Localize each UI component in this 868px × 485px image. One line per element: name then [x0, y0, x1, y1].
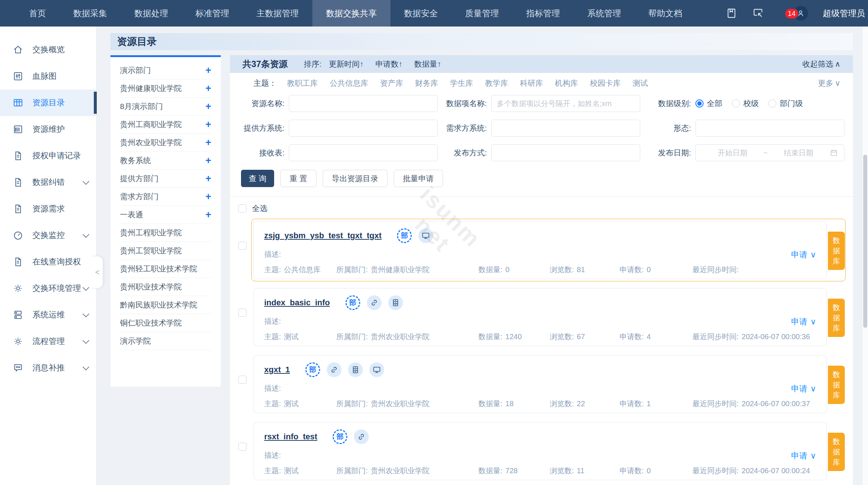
sidebar-item-resource-demand[interactable]: 资源需求	[0, 196, 96, 222]
category-item[interactable]: 需求方部门+	[120, 188, 211, 206]
category-item[interactable]: 演示学院	[120, 332, 211, 350]
publish-date-range-input[interactable]: 开始日期 ~ 结束日期	[695, 144, 844, 161]
sidebar-item-resource-catalog[interactable]: 资源目录	[0, 89, 96, 116]
data-item-input[interactable]	[491, 95, 640, 112]
sort-by-data-volume[interactable]: 数据量↑	[414, 59, 442, 69]
resource-name-input[interactable]	[289, 95, 438, 112]
topic-option[interactable]: 资产库	[380, 78, 403, 88]
category-item[interactable]: 贵州工程职业学院	[120, 224, 211, 242]
screen-share-icon[interactable]	[752, 7, 764, 19]
category-item[interactable]: 提供方部门+	[120, 170, 211, 188]
topic-option[interactable]: 校园卡库	[590, 78, 621, 88]
expand-plus-icon[interactable]: +	[205, 192, 211, 202]
category-item[interactable]: 8月演示部门+	[120, 98, 211, 116]
radio-dept-level[interactable]: 部门级	[768, 98, 803, 109]
collapse-filter-toggle[interactable]: 收起筛选 ∧	[803, 59, 840, 69]
search-button[interactable]: 查 询	[241, 170, 274, 187]
nav-item-system-mgmt[interactable]: 系统管理	[574, 0, 635, 27]
row-checkbox[interactable]	[238, 309, 247, 317]
bookmark-icon[interactable]	[726, 7, 737, 19]
topic-option[interactable]: 学生库	[450, 78, 473, 88]
resource-title-link[interactable]: zsjg_ysbm_ysb_test_tgxt_tgxt	[264, 231, 382, 240]
receive-table-input[interactable]	[289, 144, 438, 161]
select-all-checkbox[interactable]	[238, 204, 247, 212]
sidebar-item-resource-maintenance[interactable]: 资源维护	[0, 116, 96, 143]
database-tag[interactable]: 数 据 库	[828, 232, 845, 270]
apply-dropdown[interactable]: 申请 ∨	[791, 316, 816, 327]
user-name[interactable]: 超级管理员	[823, 8, 865, 19]
category-item[interactable]: 黔南民族职业技术学院	[120, 296, 211, 314]
export-catalog-button[interactable]: 导出资源目录	[323, 170, 387, 187]
more-topics-toggle[interactable]: 更多 ∨	[818, 78, 840, 88]
topic-option[interactable]: 教学库	[485, 78, 508, 88]
form-type-input[interactable]	[695, 120, 844, 137]
category-item[interactable]: 贵州工商职业学院+	[120, 116, 211, 134]
nav-item-data-security[interactable]: 数据安全	[390, 0, 451, 27]
nav-item-master-data[interactable]: 主数据管理	[243, 0, 312, 27]
expand-plus-icon[interactable]: +	[205, 210, 211, 220]
category-item[interactable]: 教务系统+	[120, 152, 211, 170]
sidebar-collapse-handle[interactable]: <	[92, 256, 103, 288]
expand-plus-icon[interactable]: +	[205, 66, 211, 75]
demander-system-input[interactable]	[491, 120, 640, 137]
category-item[interactable]: 铜仁职业技术学院	[120, 314, 211, 332]
sidebar-item-process-mgmt[interactable]: 流程管理	[0, 328, 96, 355]
database-tag[interactable]: 数 据 库	[828, 433, 845, 471]
expand-plus-icon[interactable]: +	[205, 174, 211, 184]
category-item[interactable]: 贵州职业技术学院	[120, 278, 211, 296]
topic-option[interactable]: 测试	[633, 78, 648, 88]
sidebar-item-exchange-monitor[interactable]: 交换监控	[0, 222, 96, 249]
resource-title-link[interactable]: rsxt_info_test	[264, 432, 317, 442]
resource-title-link[interactable]: index_basic_info	[264, 298, 330, 307]
topic-option[interactable]: 公共信息库	[330, 78, 368, 88]
topic-option[interactable]: 科研库	[520, 78, 543, 88]
database-tag[interactable]: 数 据 库	[828, 299, 845, 337]
radio-school-level[interactable]: 校级	[732, 98, 759, 109]
category-item[interactable]: 贵州轻工职业技术学院	[120, 260, 211, 278]
sidebar-item-data-correction[interactable]: 数据纠错	[0, 169, 96, 196]
apply-dropdown[interactable]: 申请 ∨	[791, 450, 816, 461]
vertical-scrollbar[interactable]	[862, 27, 868, 485]
sidebar-item-auth-apply-records[interactable]: 授权申请记录	[0, 143, 96, 169]
expand-plus-icon[interactable]: +	[205, 156, 211, 166]
nav-item-help-docs[interactable]: 帮助文档	[635, 0, 696, 27]
nav-item-data-exchange[interactable]: 数据交换共享	[312, 0, 390, 27]
category-item[interactable]: 贵州农业职业学院+	[120, 134, 211, 152]
database-tag[interactable]: 数 据 库	[828, 366, 845, 404]
sidebar-item-message-repush[interactable]: 消息补推	[0, 355, 96, 381]
nav-item-data-collection[interactable]: 数据采集	[60, 0, 121, 27]
nav-item-data-processing[interactable]: 数据处理	[121, 0, 182, 27]
row-checkbox[interactable]	[238, 443, 247, 451]
sidebar-item-lineage-graph[interactable]: 血脉图	[0, 63, 96, 89]
expand-plus-icon[interactable]: +	[205, 84, 211, 94]
category-item[interactable]: 一表通+	[120, 206, 211, 224]
batch-apply-button[interactable]: 批量申请	[394, 170, 443, 187]
expand-plus-icon[interactable]: +	[205, 102, 211, 112]
expand-plus-icon[interactable]: +	[205, 138, 211, 148]
expand-plus-icon[interactable]: +	[205, 120, 211, 130]
scrollbar-thumb[interactable]	[863, 155, 867, 328]
nav-item-indicator-mgmt[interactable]: 指标管理	[513, 0, 574, 27]
sidebar-item-online-query-auth[interactable]: 在线查询授权	[0, 249, 96, 275]
nav-item-standard-mgmt[interactable]: 标准管理	[182, 0, 243, 27]
sort-by-apply-count[interactable]: 申请数↑	[375, 59, 403, 69]
nav-item-quality-mgmt[interactable]: 质量管理	[451, 0, 513, 27]
row-checkbox[interactable]	[238, 376, 247, 384]
category-item[interactable]: 贵州健康职业学院+	[120, 80, 211, 98]
nav-item-home[interactable]: 首页	[15, 0, 60, 27]
topic-option[interactable]: 机构库	[555, 78, 578, 88]
category-item[interactable]: 贵州工贸职业学院	[120, 242, 211, 260]
resource-title-link[interactable]: xgxt_1	[264, 365, 290, 375]
sort-by-update-time[interactable]: 更新时间↑	[329, 59, 364, 69]
topic-option[interactable]: 教职工库	[287, 78, 318, 88]
radio-all[interactable]: 全部	[695, 98, 722, 109]
apply-dropdown[interactable]: 申请 ∨	[791, 383, 816, 394]
sidebar-item-system-ops[interactable]: 系统运维	[0, 302, 96, 328]
reset-button[interactable]: 重 置	[280, 170, 316, 187]
row-checkbox[interactable]	[238, 242, 247, 250]
sidebar-item-exchange-overview[interactable]: 交换概览	[0, 36, 96, 63]
apply-dropdown[interactable]: 申请 ∨	[791, 249, 816, 260]
category-item[interactable]: 演示部门+	[120, 61, 211, 80]
topic-option[interactable]: 财务库	[415, 78, 438, 88]
sidebar-item-exchange-env-mgmt[interactable]: 交换环境管理	[0, 275, 96, 302]
